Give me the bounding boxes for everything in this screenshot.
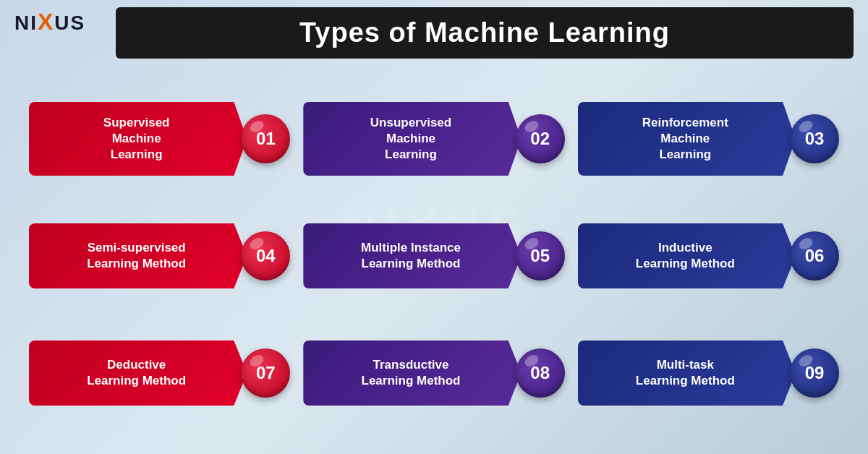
card-badge-6: 06	[790, 231, 839, 280]
card-badge-5: 05	[516, 231, 565, 280]
card-label-text-4: Semi-supervisedLearning Method	[87, 240, 186, 272]
card-label-4: Semi-supervisedLearning Method	[29, 223, 247, 288]
logo: NIXUS	[14, 9, 85, 35]
card-2: UnsupervisedMachineLearning 02	[303, 87, 564, 191]
card-badge-3: 03	[790, 114, 839, 163]
card-3: ReinforcementMachineLearning 03	[578, 87, 839, 191]
card-label-text-9: Multi-taskLearning Method	[636, 357, 735, 389]
card-8: TransductiveLearning Method 08	[303, 321, 564, 425]
card-label-text-1: SupervisedMachineLearning	[103, 115, 170, 163]
card-label-text-2: UnsupervisedMachineLearning	[370, 115, 451, 163]
card-7: DeductiveLearning Method 07	[29, 321, 290, 425]
logo-text: NIXUS	[14, 9, 85, 35]
card-label-3: ReinforcementMachineLearning	[578, 102, 796, 176]
card-9: Multi-taskLearning Method 09	[578, 321, 839, 425]
card-label-5: Multiple InstanceLearning Method	[303, 223, 521, 288]
card-label-8: TransductiveLearning Method	[303, 340, 521, 406]
card-badge-2: 02	[516, 114, 565, 163]
card-label-text-7: DeductiveLearning Method	[87, 357, 186, 389]
card-label-text-5: Multiple InstanceLearning Method	[361, 240, 461, 272]
title-bar: Types of Machine Learning	[116, 7, 854, 59]
cards-grid: SupervisedMachineLearning 01 Unsupervise…	[14, 72, 854, 440]
card-label-text-3: ReinforcementMachineLearning	[642, 115, 728, 163]
card-1: SupervisedMachineLearning 01	[29, 87, 290, 191]
card-5: Multiple InstanceLearning Method 05	[303, 204, 564, 308]
card-label-text-8: TransductiveLearning Method	[362, 357, 461, 389]
card-badge-1: 01	[241, 114, 290, 163]
card-badge-9: 09	[790, 348, 839, 398]
card-label-7: DeductiveLearning Method	[29, 340, 247, 406]
logo-x: X	[38, 9, 54, 35]
card-badge-8: 08	[516, 348, 565, 398]
card-badge-4: 04	[241, 231, 290, 280]
card-6: InductiveLearning Method 06	[578, 204, 839, 308]
card-4: Semi-supervisedLearning Method 04	[29, 204, 290, 308]
card-label-6: InductiveLearning Method	[578, 223, 796, 288]
card-label-text-6: InductiveLearning Method	[636, 240, 735, 272]
card-label-2: UnsupervisedMachineLearning	[303, 102, 521, 176]
card-label-1: SupervisedMachineLearning	[29, 102, 247, 176]
card-badge-7: 07	[241, 348, 290, 398]
card-label-9: Multi-taskLearning Method	[578, 340, 796, 406]
page-title: Types of Machine Learning	[130, 17, 839, 48]
